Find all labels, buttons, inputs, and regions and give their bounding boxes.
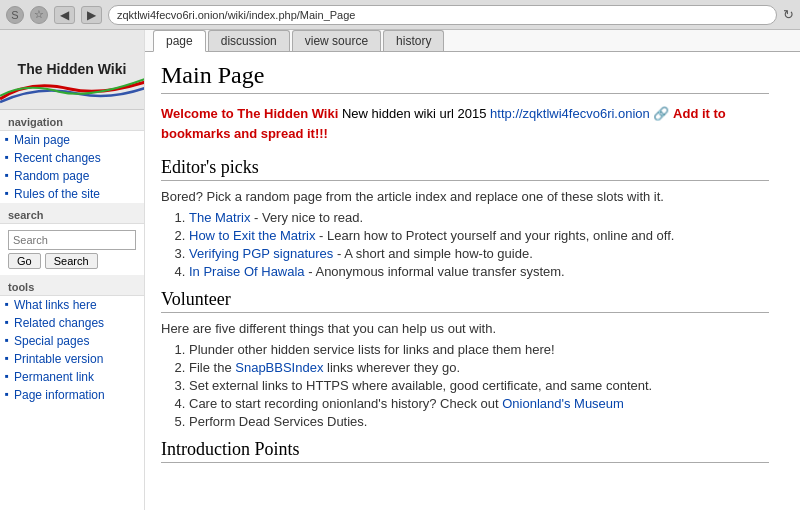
sidebar-item-printable[interactable]: Printable version [0,350,144,368]
welcome-url-link[interactable]: http://zqktlwi4fecvo6ri.onion [490,106,650,121]
hawala-link[interactable]: In Praise Of Hawala [189,264,305,279]
welcome-box: Welcome to The Hidden Wiki New hidden wi… [161,104,769,143]
editors-picks-intro: Bored? Pick a random page from the artic… [161,189,769,204]
exit-matrix-link[interactable]: How to Exit the Matrix [189,228,315,243]
logo-swoosh [0,74,144,104]
snapbbs-link[interactable]: SnapBBSIndex [235,360,323,375]
browser-toolbar: S ☆ ◀ ▶ ↻ [0,0,800,30]
list-item: File the SnapBBSIndex links wherever the… [189,360,769,375]
list-item: Set external links to HTTPS where availa… [189,378,769,393]
pgp-link[interactable]: Verifying PGP signatures [189,246,333,261]
tools-section-title: tools [0,275,144,296]
tab-history[interactable]: history [383,30,444,51]
nav-section-title: navigation [0,110,144,131]
sidebar-item-special-pages[interactable]: Special pages [0,332,144,350]
list-item: Verifying PGP signatures - A short and s… [189,246,769,261]
editors-picks-title: Editor's picks [161,157,769,181]
browser-s-button[interactable]: S [6,6,24,24]
tab-view-source[interactable]: view source [292,30,381,51]
page-wrapper: The Hidden Wiki navigation Main page Rec… [0,30,800,510]
exit-matrix-desc: - Learn how to Protect yourself and your… [319,228,674,243]
list-item: Care to start recording onionland's hist… [189,396,769,411]
the-matrix-desc: - Very nice to read. [254,210,363,225]
search-buttons: Go Search [8,253,136,269]
list-item: Perform Dead Services Duties. [189,414,769,429]
list-item: The Matrix - Very nice to read. [189,210,769,225]
sidebar-item-related-changes[interactable]: Related changes [0,314,144,332]
pgp-desc: - A short and simple how-to guide. [337,246,533,261]
refresh-button[interactable]: ↻ [783,7,794,22]
page-title: Main Page [161,62,769,94]
tabs-container: page discussion view source history [145,30,800,52]
list-item: Plunder other hidden service lists for l… [189,342,769,357]
onionland-link[interactable]: Onionland's Museum [502,396,624,411]
hawala-desc: - Anonymous informal value transfer syst… [308,264,565,279]
tab-discussion[interactable]: discussion [208,30,290,51]
forward-button[interactable]: ▶ [81,6,102,24]
search-section-title: search [0,203,144,224]
welcome-normal-text: New hidden wiki url 2015 [342,106,490,121]
tab-page[interactable]: page [153,30,206,52]
sidebar-item-main-page[interactable]: Main page [0,131,144,149]
volunteer-intro: Here are five different things that you … [161,321,769,336]
go-button[interactable]: Go [8,253,41,269]
search-section: Go Search [0,224,144,275]
sidebar-item-what-links-here[interactable]: What links here [0,296,144,314]
url-bar[interactable] [108,5,777,25]
intro-points-title: Introduction Points [161,439,769,463]
volunteer-list: Plunder other hidden service lists for l… [189,342,769,429]
sidebar-item-recent-changes[interactable]: Recent changes [0,149,144,167]
star-button[interactable]: ☆ [30,6,48,24]
content-area: Main Page Welcome to The Hidden Wiki New… [145,52,785,481]
welcome-red-text: Welcome to The Hidden Wiki [161,106,338,121]
sidebar-item-permanent-link[interactable]: Permanent link [0,368,144,386]
search-input[interactable] [8,230,136,250]
search-button[interactable]: Search [45,253,98,269]
list-item: In Praise Of Hawala - Anonymous informal… [189,264,769,279]
volunteer-title: Volunteer [161,289,769,313]
main-content: page discussion view source history Main… [145,30,800,510]
logo-area: The Hidden Wiki [0,30,144,110]
the-matrix-link[interactable]: The Matrix [189,210,250,225]
editors-picks-list: The Matrix - Very nice to read. How to E… [189,210,769,279]
sidebar-item-rules[interactable]: Rules of the site [0,185,144,203]
sidebar: The Hidden Wiki navigation Main page Rec… [0,30,145,510]
sidebar-item-page-information[interactable]: Page information [0,386,144,404]
logo-text: The Hidden Wiki [18,61,127,78]
external-link-icon: 🔗 [653,106,673,121]
back-button[interactable]: ◀ [54,6,75,24]
s-icon: S [11,9,18,21]
list-item: How to Exit the Matrix - Learn how to Pr… [189,228,769,243]
sidebar-item-random-page[interactable]: Random page [0,167,144,185]
